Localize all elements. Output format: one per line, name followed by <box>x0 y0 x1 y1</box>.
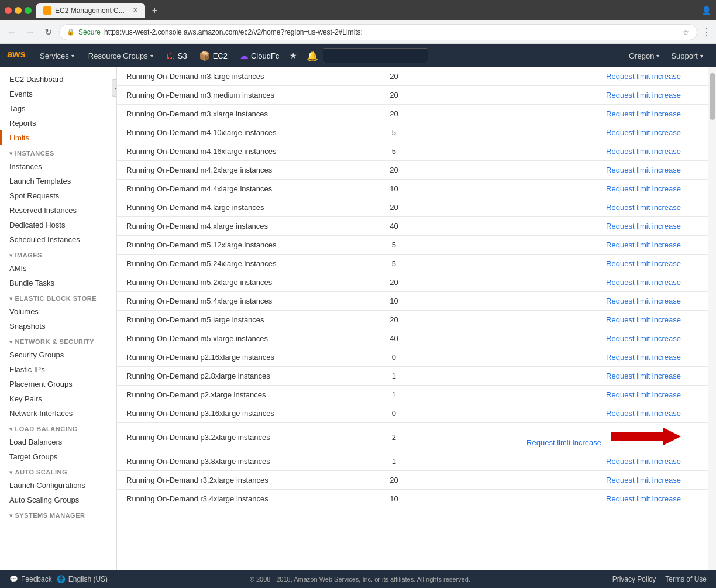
sidebar-item-events[interactable]: Events <box>0 87 116 101</box>
sidebar-item-reserved-instances[interactable]: Reserved Instances <box>0 203 116 218</box>
request-limit-link[interactable]: Request limit increase <box>606 222 681 231</box>
request-limit-link[interactable]: Request limit increase <box>606 494 681 503</box>
back-button[interactable]: ← <box>5 25 19 40</box>
request-limit-cell[interactable]: Request limit increase <box>417 142 716 161</box>
bookmark-icon[interactable]: ☆ <box>682 27 690 37</box>
sidebar-item-dedicated-hosts[interactable]: Dedicated Hosts <box>0 218 116 232</box>
sm-section-collapse-icon[interactable]: ▾ <box>9 513 13 519</box>
sidebar-item-elastic-ips[interactable]: Elastic IPs <box>0 362 116 377</box>
sidebar-item-amis[interactable]: AMIs <box>0 261 116 276</box>
request-limit-cell[interactable]: Request limit increase <box>417 123 716 142</box>
browser-tab[interactable]: EC2 Management C... ✕ <box>36 3 145 18</box>
cloudfront-nav-button[interactable]: ☁ CloudFc <box>233 44 285 67</box>
request-limit-cell[interactable]: Request limit increase <box>417 329 716 348</box>
sidebar-item-reports[interactable]: Reports <box>0 116 116 130</box>
s3-nav-button[interactable]: 🗂 S3 <box>160 44 193 67</box>
images-section-collapse-icon[interactable]: ▾ <box>9 252 13 259</box>
sidebar-item-instances[interactable]: Instances <box>0 159 116 174</box>
sidebar-item-limits[interactable]: Limits <box>0 130 116 145</box>
request-limit-cell[interactable]: Request limit increase <box>417 217 716 236</box>
request-limit-link[interactable]: Request limit increase <box>606 259 681 268</box>
request-limit-link[interactable]: Request limit increase <box>606 240 681 249</box>
request-limit-link[interactable]: Request limit increase <box>606 457 681 466</box>
request-limit-link[interactable]: Request limit increase <box>606 315 681 324</box>
request-limit-link[interactable]: Request limit increase <box>606 409 681 418</box>
support-menu[interactable]: Support ▾ <box>665 51 709 60</box>
request-limit-cell[interactable]: Request limit increase <box>417 490 716 508</box>
notifications-bell-icon[interactable]: 🔔 <box>302 50 323 61</box>
ebs-section-collapse-icon[interactable]: ▾ <box>9 295 13 302</box>
request-limit-link[interactable]: Request limit increase <box>606 147 681 156</box>
request-limit-cell[interactable]: Request limit increase <box>417 255 716 273</box>
request-limit-cell[interactable]: Request limit increase <box>417 348 716 367</box>
close-button[interactable] <box>5 7 12 14</box>
sidebar-item-target-groups[interactable]: Target Groups <box>0 449 116 464</box>
services-menu[interactable]: Services ▾ <box>33 44 81 67</box>
request-limit-cell[interactable]: Request limit increase <box>417 386 716 404</box>
request-limit-link[interactable]: Request limit increase <box>526 438 601 447</box>
sidebar-item-placement-groups[interactable]: Placement Groups <box>0 377 116 391</box>
sidebar-item-launch-templates[interactable]: Launch Templates <box>0 174 116 188</box>
request-limit-cell[interactable]: Request limit increase <box>417 292 716 311</box>
language-selector[interactable]: 🌐 English (US) <box>57 575 108 583</box>
sidebar-item-tags[interactable]: Tags <box>0 101 116 116</box>
request-limit-cell[interactable]: Request limit increase <box>417 452 716 471</box>
request-limit-link[interactable]: Request limit increase <box>606 334 681 343</box>
request-limit-cell[interactable]: Request limit increase <box>417 404 716 423</box>
request-limit-link[interactable]: Request limit increase <box>606 476 681 484</box>
sidebar-item-volumes[interactable]: Volumes <box>0 304 116 319</box>
profile-icon[interactable]: 👤 <box>701 6 711 15</box>
request-limit-cell[interactable]: Request limit increase <box>417 198 716 217</box>
new-tab-icon[interactable]: + <box>152 5 157 16</box>
terms-of-use-link[interactable]: Terms of Use <box>665 575 707 583</box>
request-limit-link[interactable]: Request limit increase <box>606 128 681 137</box>
lb-section-collapse-icon[interactable]: ▾ <box>9 426 13 432</box>
sidebar-item-load-balancers[interactable]: Load Balancers <box>0 435 116 449</box>
sidebar-item-security-groups[interactable]: Security Groups <box>0 348 116 362</box>
resource-groups-menu[interactable]: Resource Groups ▾ <box>81 44 160 67</box>
request-limit-link[interactable]: Request limit increase <box>606 353 681 362</box>
browser-menu-icon[interactable]: ⋮ <box>702 26 711 37</box>
privacy-policy-link[interactable]: Privacy Policy <box>612 575 656 583</box>
request-limit-cell[interactable]: Request limit increase <box>417 180 716 198</box>
request-limit-link[interactable]: Request limit increase <box>606 297 681 305</box>
address-field[interactable]: 🔒 Secure https://us-west-2.console.aws.a… <box>59 24 697 40</box>
sidebar-item-spot-requests[interactable]: Spot Requests <box>0 188 116 203</box>
sidebar-item-key-pairs[interactable]: Key Pairs <box>0 391 116 406</box>
sidebar-item-network-interfaces[interactable]: Network Interfaces <box>0 406 116 421</box>
request-limit-link[interactable]: Request limit increase <box>606 372 681 380</box>
request-limit-link[interactable]: Request limit increase <box>606 166 681 174</box>
request-limit-link[interactable]: Request limit increase <box>606 203 681 212</box>
sidebar-item-snapshots[interactable]: Snapshots <box>0 319 116 333</box>
network-section-collapse-icon[interactable]: ▾ <box>9 339 13 345</box>
sidebar-item-launch-configurations[interactable]: Launch Configurations <box>0 478 116 493</box>
request-limit-cell[interactable]: Request limit increase <box>417 236 716 255</box>
request-limit-link[interactable]: Request limit increase <box>606 72 681 81</box>
request-limit-cell[interactable]: Request limit increase <box>417 471 716 490</box>
sidebar-item-auto-scaling-groups[interactable]: Auto Scaling Groups <box>0 493 116 507</box>
minimize-button[interactable] <box>15 7 22 14</box>
as-section-collapse-icon[interactable]: ▾ <box>9 469 13 476</box>
request-limit-cell[interactable]: Request limit increase <box>417 367 716 386</box>
request-limit-link[interactable]: Request limit increase <box>606 390 681 399</box>
request-limit-cell[interactable]: Request limit increase <box>417 105 716 123</box>
request-limit-link[interactable]: Request limit increase <box>606 109 681 118</box>
vertical-scrollbar[interactable] <box>708 67 716 570</box>
request-limit-link[interactable]: Request limit increase <box>606 91 681 99</box>
sidebar-item-bundle-tasks[interactable]: Bundle Tasks <box>0 276 116 290</box>
sidebar-item-ec2-dashboard[interactable]: EC2 Dashboard <box>0 72 116 87</box>
table-container[interactable]: Running On-Demand m3.large instances20Re… <box>117 67 716 570</box>
feedback-button[interactable]: 💬 Feedback <box>9 575 52 583</box>
maximize-button[interactable] <box>25 7 32 14</box>
nav-search-input[interactable] <box>323 48 428 63</box>
request-limit-cell[interactable]: Request limit increase <box>417 311 716 329</box>
request-limit-cell[interactable]: Request limit increase <box>417 161 716 180</box>
ec2-nav-button[interactable]: 📦 EC2 <box>193 44 233 67</box>
request-limit-link[interactable]: Request limit increase <box>606 278 681 287</box>
region-selector[interactable]: Oregon ▾ <box>623 51 665 60</box>
request-limit-cell[interactable]: Request limit increase <box>417 273 716 292</box>
reload-button[interactable]: ↻ <box>42 24 54 40</box>
request-limit-link[interactable]: Request limit increase <box>606 184 681 193</box>
favorites-icon[interactable]: ★ <box>285 51 302 60</box>
request-limit-cell[interactable]: Request limit increase <box>417 423 716 452</box>
